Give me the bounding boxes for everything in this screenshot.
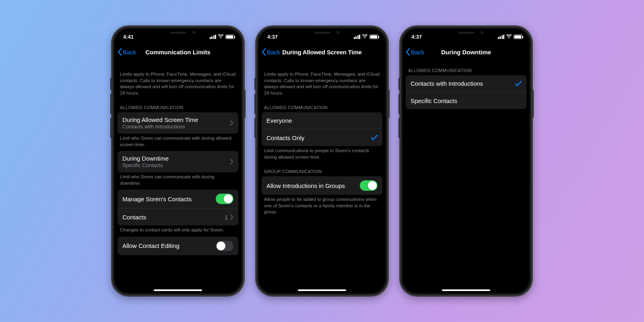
chevron-right-icon: [230, 120, 233, 126]
row-contacts-only[interactable]: Contacts Only: [262, 129, 382, 146]
wifi-icon: [362, 34, 368, 40]
toggle-manage-contacts[interactable]: [216, 194, 233, 204]
navigation-bar: Back During Allowed Screen Time: [258, 45, 386, 59]
row-allow-introductions[interactable]: Allow Introductions in Groups: [262, 176, 382, 195]
chevron-right-icon: [230, 159, 233, 164]
section-footer: Limit communications to people in Soren'…: [258, 146, 386, 163]
cellular-signal-icon: [210, 35, 217, 39]
row-subtitle: Contacts with Introductions: [122, 124, 198, 130]
section-header-allowed: ALLOWED COMMUNICATION: [114, 99, 242, 112]
section-footer: Changes to contact cards will only apply…: [114, 225, 242, 237]
row-title: During Allowed Screen Time: [122, 116, 198, 123]
intro-description: Limits apply to Phone, FaceTime, Message…: [258, 59, 386, 99]
row-title: Contacts with Introductions: [411, 80, 483, 87]
toggle-allow-contact-editing[interactable]: [216, 241, 233, 251]
status-time: 4:41: [123, 34, 134, 40]
section-header-allowed: ALLOWED COMMUNICATION: [258, 99, 386, 112]
section-header-group: GROUP COMMUNICATION: [258, 163, 386, 176]
row-title: Contacts: [122, 214, 146, 221]
battery-icon: [369, 35, 378, 39]
section-footer: Limit who Soren can communicate with dur…: [114, 172, 242, 190]
cellular-signal-icon: [354, 35, 361, 39]
row-contacts[interactable]: Contacts 1: [118, 208, 238, 225]
phone-frame: 4:41 Back Communication Limits Limits ap…: [111, 25, 245, 297]
chevron-left-icon: [262, 48, 266, 56]
battery-icon: [514, 35, 522, 39]
back-button[interactable]: Back: [118, 48, 136, 56]
phone-frame: 4:37 Back During Allowed Screen Time Lim…: [255, 25, 389, 297]
checkmark-icon: [371, 135, 378, 140]
row-value: 1: [225, 214, 228, 221]
row-specific-contacts[interactable]: Specific Contacts: [406, 92, 526, 109]
row-title: Contacts Only: [266, 134, 304, 141]
cellular-signal-icon: [498, 35, 505, 39]
row-subtitle: Specific Contacts: [122, 162, 169, 168]
section-header-allowed: ALLOWED COMMUNICATION: [402, 59, 530, 75]
home-indicator[interactable]: [298, 289, 346, 291]
chevron-left-icon: [406, 48, 410, 56]
status-time: 4:37: [411, 34, 422, 40]
section-footer: Limit who Soren can communicate with dur…: [114, 134, 242, 151]
row-title: Everyone: [266, 117, 292, 124]
row-allow-contact-editing[interactable]: Allow Contact Editing: [118, 237, 238, 255]
row-title: Allow Introductions in Groups: [266, 182, 345, 189]
wifi-icon: [218, 34, 224, 40]
chevron-right-icon: [230, 215, 233, 220]
back-button[interactable]: Back: [406, 48, 424, 56]
checkmark-icon: [515, 81, 522, 87]
row-contacts-with-introductions[interactable]: Contacts with Introductions: [406, 75, 526, 92]
row-manage-contacts[interactable]: Manage Soren's Contacts: [118, 190, 238, 208]
phone-frame: 4:37 Back During Downtime ALLOWED COMMUN…: [399, 25, 533, 297]
back-label: Back: [411, 49, 424, 56]
intro-description: Limits apply to Phone, FaceTime, Message…: [114, 59, 242, 99]
back-button[interactable]: Back: [262, 48, 280, 56]
row-title: Allow Contact Editing: [122, 242, 180, 249]
row-everyone[interactable]: Everyone: [262, 112, 382, 129]
row-during-downtime[interactable]: During Downtime Specific Contacts: [118, 151, 238, 172]
back-label: Back: [123, 49, 136, 56]
row-title: During Downtime: [122, 155, 169, 162]
row-title: Specific Contacts: [411, 97, 457, 104]
row-during-allowed-screen-time[interactable]: During Allowed Screen Time Contacts with…: [118, 112, 238, 134]
wifi-icon: [506, 34, 512, 40]
battery-icon: [225, 35, 234, 39]
home-indicator[interactable]: [442, 289, 490, 291]
status-time: 4:37: [267, 34, 278, 40]
toggle-allow-introductions[interactable]: [360, 180, 378, 191]
chevron-left-icon: [118, 48, 122, 56]
navigation-bar: Back Communication Limits: [114, 45, 242, 59]
navigation-bar: Back During Downtime: [402, 45, 530, 59]
section-footer: Allow people to be added to group conver…: [258, 195, 386, 219]
row-title: Manage Soren's Contacts: [122, 196, 192, 202]
back-label: Back: [267, 49, 280, 56]
home-indicator[interactable]: [154, 289, 202, 291]
